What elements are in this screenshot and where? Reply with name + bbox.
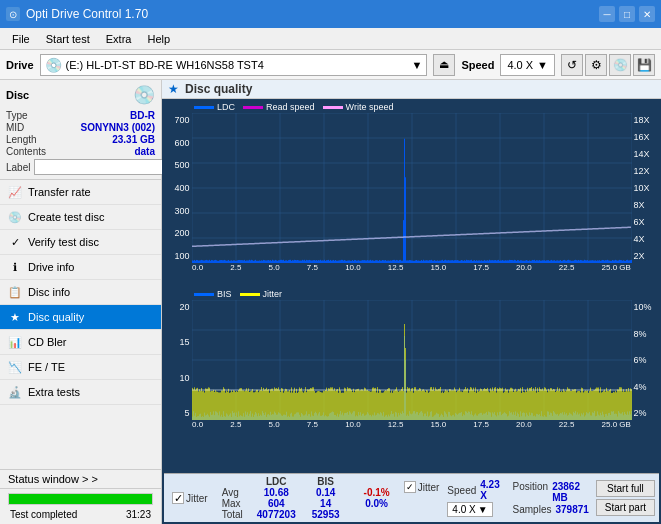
sidebar-status-bar: Status window > > Test completed 31:23: [0, 469, 161, 524]
transfer-rate-icon: 📈: [8, 185, 22, 199]
menu-help[interactable]: Help: [139, 31, 178, 47]
x-top-100: 10.0: [345, 263, 361, 272]
x-top-125: 12.5: [388, 263, 404, 272]
disc-quality-icon: ★: [8, 310, 22, 324]
drive-select-value: (E:) HL-DT-ST BD-RE WH16NS58 TST4: [66, 59, 408, 71]
sidebar: Disc 💿 Type BD-R MID SONYNN3 (002) Lengt…: [0, 80, 162, 524]
speed-value: 4.0 X: [507, 59, 533, 71]
x-top-200: 20.0: [516, 263, 532, 272]
speed-dropdown-arrow[interactable]: ▼: [537, 59, 548, 71]
stats-table: LDC BIS Avg 10.68 0.14 -0.1% Max: [216, 476, 398, 520]
nav-label-cd-bler: CD Bler: [28, 336, 67, 348]
jitter-checkbox[interactable]: ✓: [172, 492, 184, 504]
nav-item-extra-tests[interactable]: 🔬 Extra tests: [0, 380, 161, 405]
disc-label-input[interactable]: [34, 159, 163, 175]
y-right-6p: 6%: [634, 355, 647, 365]
nav-item-disc-quality[interactable]: ★ Disc quality: [0, 305, 161, 330]
disc-length-label: Length: [6, 134, 37, 145]
nav-item-create-test-disc[interactable]: 💿 Create test disc: [0, 205, 161, 230]
toolbar-refresh-button[interactable]: ↺: [561, 54, 583, 76]
disc-info-icon: 📋: [8, 285, 22, 299]
drive-select[interactable]: 💿 (E:) HL-DT-ST BD-RE WH16NS58 TST4 ▼: [40, 54, 428, 76]
toolbar-disc-button[interactable]: 💿: [609, 54, 631, 76]
legend-bis: BIS: [194, 289, 232, 299]
create-test-disc-icon: 💿: [8, 210, 22, 224]
maximize-button[interactable]: □: [619, 6, 635, 22]
disc-type-label: Type: [6, 110, 28, 121]
main-area: Disc 💿 Type BD-R MID SONYNN3 (002) Lengt…: [0, 80, 661, 524]
total-bis: 52953: [304, 509, 348, 520]
bottom-chart-canvas: [192, 300, 632, 420]
drive-eject-button[interactable]: ⏏: [433, 54, 455, 76]
y-right-4x: 4X: [634, 234, 645, 244]
nav-label-drive-info: Drive info: [28, 261, 74, 273]
content-header: ★ Disc quality: [162, 80, 661, 99]
content-title: Disc quality: [185, 82, 252, 96]
x-bot-100: 10.0: [345, 420, 361, 429]
disc-contents-value: data: [134, 146, 155, 157]
nav-item-disc-info[interactable]: 📋 Disc info: [0, 280, 161, 305]
titlebar: ⊙ Opti Drive Control 1.70 ─ □ ✕: [0, 0, 661, 28]
minimize-button[interactable]: ─: [599, 6, 615, 22]
menu-extra[interactable]: Extra: [98, 31, 140, 47]
y-right-18x: 18X: [634, 115, 650, 125]
x-top-50: 5.0: [269, 263, 280, 272]
y-top-300: 300: [174, 206, 189, 216]
legend-jitter: Jitter: [240, 289, 283, 299]
nav-item-cd-bler[interactable]: 📊 CD Bler: [0, 330, 161, 355]
speed-section: Speed 4.23 X 4.0 X ▼: [447, 479, 504, 517]
status-window-button[interactable]: Status window > >: [0, 470, 161, 489]
disc-title: Disc: [6, 89, 29, 101]
speed-select-box[interactable]: 4.0 X ▼: [447, 502, 492, 517]
position-value: 23862 MB: [552, 481, 592, 503]
menu-file[interactable]: File: [4, 31, 38, 47]
nav-label-create-test-disc: Create test disc: [28, 211, 104, 223]
close-button[interactable]: ✕: [639, 6, 655, 22]
start-full-button[interactable]: Start full: [596, 480, 655, 497]
disc-section: Disc 💿 Type BD-R MID SONYNN3 (002) Lengt…: [0, 80, 161, 180]
drive-dropdown-arrow[interactable]: ▼: [412, 59, 423, 71]
toolbar-settings-button[interactable]: ⚙: [585, 54, 607, 76]
jitter-check-box[interactable]: ✓: [404, 481, 416, 493]
max-ldc: 604: [249, 498, 304, 509]
x-bot-125: 12.5: [388, 420, 404, 429]
avg-jitter: -0.1%: [356, 487, 398, 498]
samples-label: Samples: [513, 504, 552, 515]
menu-start-test[interactable]: Start test: [38, 31, 98, 47]
x-bot-200: 20.0: [516, 420, 532, 429]
x-top-150: 15.0: [431, 263, 447, 272]
y-right-16x: 16X: [634, 132, 650, 142]
toolbar-save-button[interactable]: 💾: [633, 54, 655, 76]
y-right-8p: 8%: [634, 329, 647, 339]
x-bot-225: 22.5: [559, 420, 575, 429]
total-ldc: 4077203: [249, 509, 304, 520]
x-top-0: 0.0: [192, 263, 203, 272]
speed-select[interactable]: 4.0 X ▼: [500, 54, 555, 76]
nav-label-verify-test-disc: Verify test disc: [28, 236, 99, 248]
samples-value: 379871: [555, 504, 588, 515]
nav-item-verify-test-disc[interactable]: ✓ Verify test disc: [0, 230, 161, 255]
legend-ldc: LDC: [194, 102, 235, 112]
y-top-200: 200: [174, 228, 189, 238]
legend-read-speed: Read speed: [243, 102, 315, 112]
app-title: Opti Drive Control 1.70: [26, 7, 148, 21]
nav-item-transfer-rate[interactable]: 📈 Transfer rate: [0, 180, 161, 205]
nav-item-fe-te[interactable]: 📉 FE / TE: [0, 355, 161, 380]
y-top-600: 600: [174, 138, 189, 148]
bis-color: [194, 293, 214, 296]
start-part-button[interactable]: Start part: [596, 499, 655, 516]
jitter-check-label: Jitter: [418, 482, 440, 493]
y-top-400: 400: [174, 183, 189, 193]
max-label: Max: [216, 498, 249, 509]
nav-item-drive-info[interactable]: ℹ Drive info: [0, 255, 161, 280]
x-top-250: 25.0 GB: [602, 263, 631, 272]
content-icon: ★: [168, 82, 179, 96]
y-right-2x: 2X: [634, 251, 645, 261]
disc-icon: 💿: [133, 84, 155, 106]
speed-select-arrow: ▼: [478, 504, 488, 515]
app-icon: ⊙: [6, 7, 20, 21]
jitter-section: ✓ Jitter: [404, 481, 440, 515]
y-bot-5: 5: [184, 408, 189, 418]
disc-mid-label: MID: [6, 122, 24, 133]
ldc-color: [194, 106, 214, 109]
